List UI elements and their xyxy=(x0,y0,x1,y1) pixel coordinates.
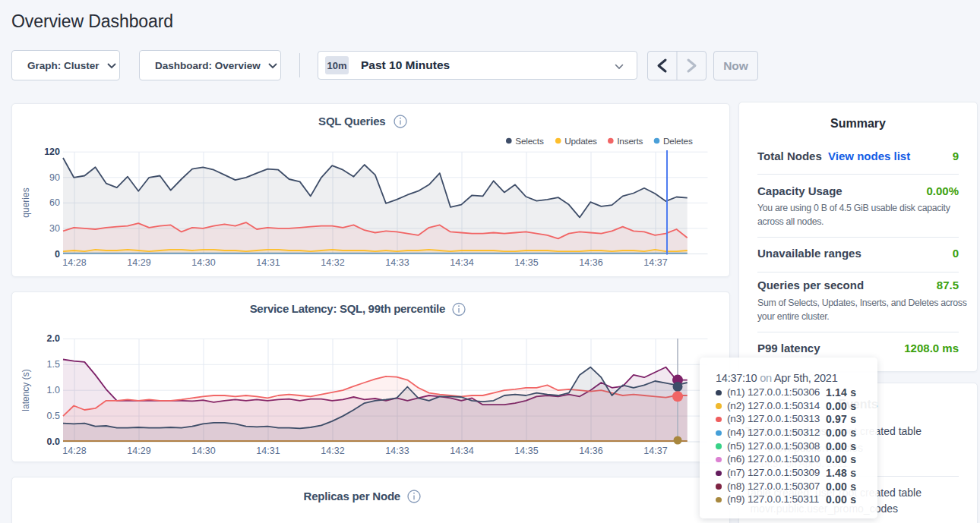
svg-text:14:31: 14:31 xyxy=(256,257,280,268)
svg-text:14:28: 14:28 xyxy=(62,257,86,268)
svg-text:Selects: Selects xyxy=(515,136,544,147)
svg-text:14:32: 14:32 xyxy=(321,257,344,268)
svg-text:14:29: 14:29 xyxy=(127,446,150,456)
svg-text:14:35: 14:35 xyxy=(514,257,538,268)
svg-text:14:34: 14:34 xyxy=(450,257,473,268)
svg-text:14:37: 14:37 xyxy=(643,446,667,456)
svg-text:1.0: 1.0 xyxy=(47,385,60,395)
svg-text:SQL Queries: SQL Queries xyxy=(318,115,385,128)
svg-text:Replicas per Node: Replicas per Node xyxy=(304,490,400,503)
svg-text:60: 60 xyxy=(49,197,60,208)
svg-text:Deletes: Deletes xyxy=(663,136,693,147)
svg-text:14:34: 14:34 xyxy=(450,446,473,456)
svg-text:14:37: 14:37 xyxy=(643,257,667,268)
svg-text:Service Latency: SQL, 99th per: Service Latency: SQL, 99th percentile xyxy=(250,302,445,315)
svg-text:14:36: 14:36 xyxy=(579,257,602,268)
svg-text:14:29: 14:29 xyxy=(127,257,150,268)
svg-text:0.5: 0.5 xyxy=(47,411,60,421)
svg-text:14:35: 14:35 xyxy=(514,446,538,456)
svg-text:120: 120 xyxy=(44,147,60,157)
svg-text:1.5: 1.5 xyxy=(47,359,60,370)
svg-text:0: 0 xyxy=(55,249,60,260)
svg-text:14:30: 14:30 xyxy=(191,446,215,456)
svg-text:30: 30 xyxy=(49,223,60,234)
svg-text:14:36: 14:36 xyxy=(579,446,602,456)
svg-text:0.0: 0.0 xyxy=(47,436,60,447)
svg-text:queries: queries xyxy=(21,187,31,217)
svg-text:14:28: 14:28 xyxy=(62,446,86,456)
svg-text:14:32: 14:32 xyxy=(321,446,344,456)
svg-text:14:33: 14:33 xyxy=(385,446,409,456)
svg-text:90: 90 xyxy=(49,172,60,183)
svg-text:14:30: 14:30 xyxy=(191,257,215,268)
svg-text:latency (s): latency (s) xyxy=(21,369,31,411)
svg-text:14:33: 14:33 xyxy=(385,257,409,268)
svg-text:Inserts: Inserts xyxy=(617,136,643,147)
svg-text:2.0: 2.0 xyxy=(47,333,60,344)
svg-text:14:31: 14:31 xyxy=(256,446,280,456)
svg-text:Updates: Updates xyxy=(564,136,597,147)
